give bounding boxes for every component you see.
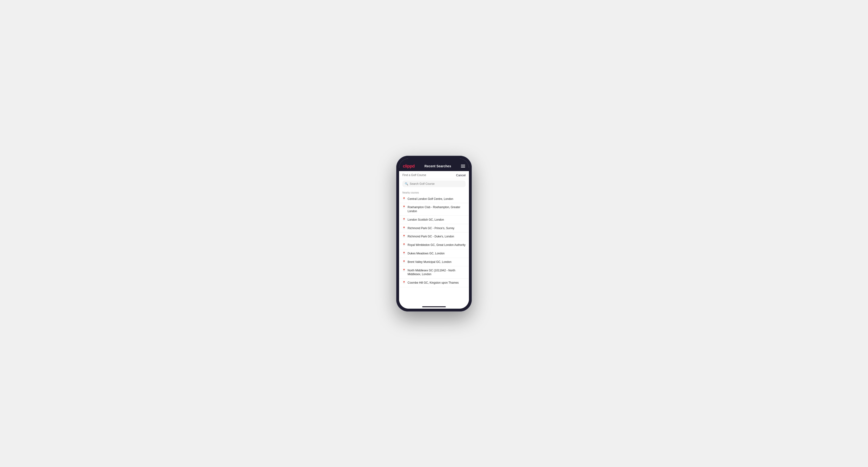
list-item[interactable]: 📍 Dukes Meadows GC, London [399, 249, 469, 258]
pin-icon: 📍 [402, 226, 406, 229]
pin-icon: 📍 [402, 252, 406, 255]
course-name: Richmond Park GC - Prince's, Surrey [408, 226, 454, 230]
search-icon: 🔍 [405, 182, 408, 185]
course-name: Dukes Meadows GC, London [408, 252, 445, 255]
course-name: Central London Golf Centre, London [408, 197, 453, 201]
list-item[interactable]: 📍 Brent Valley Municipal GC, London [399, 258, 469, 267]
home-indicator [399, 304, 469, 309]
app-logo: clippd [403, 164, 415, 169]
hamburger-menu-icon[interactable] [461, 165, 465, 167]
list-item[interactable]: 📍 Roehampton Club - Roehampton, Greater … [399, 203, 469, 216]
pin-icon: 📍 [402, 260, 406, 263]
course-name: Coombe Hill GC, Kingston upon Thames [408, 281, 459, 285]
status-bar [399, 159, 469, 162]
course-name: Brent Valley Municipal GC, London [408, 260, 452, 264]
course-name: Roehampton Club - Roehampton, Greater Lo… [408, 205, 466, 213]
nearby-label: Nearby courses [399, 189, 469, 195]
pin-icon: 📍 [402, 197, 406, 200]
list-item[interactable]: 📍 Richmond Park GC - Duke's, London [399, 232, 469, 241]
phone-screen: clippd Recent Searches Find a Golf Cours… [399, 159, 469, 309]
pin-icon: 📍 [402, 218, 406, 221]
list-item[interactable]: 📍 Coombe Hill GC, Kingston upon Thames [399, 279, 469, 287]
page-title: Recent Searches [425, 164, 451, 168]
app-header: clippd Recent Searches [399, 162, 469, 171]
course-name: London Scottish GC, London [408, 218, 444, 222]
course-name: Royal Wimbledon GC, Great London Authori… [408, 243, 465, 247]
list-item[interactable]: 📍 Royal Wimbledon GC, Great London Autho… [399, 241, 469, 249]
search-input[interactable] [410, 182, 463, 185]
pin-icon: 📍 [402, 243, 406, 246]
pin-icon: 📍 [402, 235, 406, 238]
nearby-section: Nearby courses 📍 Central London Golf Cen… [399, 189, 469, 304]
cancel-button[interactable]: Cancel [456, 174, 466, 177]
search-box-container: 🔍 [399, 179, 469, 189]
search-header: Find a Golf Course Cancel [399, 171, 469, 179]
search-box: 🔍 [402, 181, 466, 187]
list-item[interactable]: 📍 Richmond Park GC - Prince's, Surrey [399, 224, 469, 233]
home-bar [422, 306, 446, 307]
pin-icon: 📍 [402, 269, 406, 272]
list-item[interactable]: 📍 Central London Golf Centre, London [399, 195, 469, 204]
find-label: Find a Golf Course [402, 174, 426, 177]
pin-icon: 📍 [402, 206, 406, 209]
list-item[interactable]: 📍 London Scottish GC, London [399, 216, 469, 224]
course-name: Richmond Park GC - Duke's, London [408, 235, 454, 239]
pin-icon: 📍 [402, 281, 406, 284]
phone-frame: clippd Recent Searches Find a Golf Cours… [396, 156, 472, 311]
course-name: North Middlesex GC (1011942 - North Midd… [408, 269, 466, 277]
list-item[interactable]: 📍 North Middlesex GC (1011942 - North Mi… [399, 267, 469, 279]
